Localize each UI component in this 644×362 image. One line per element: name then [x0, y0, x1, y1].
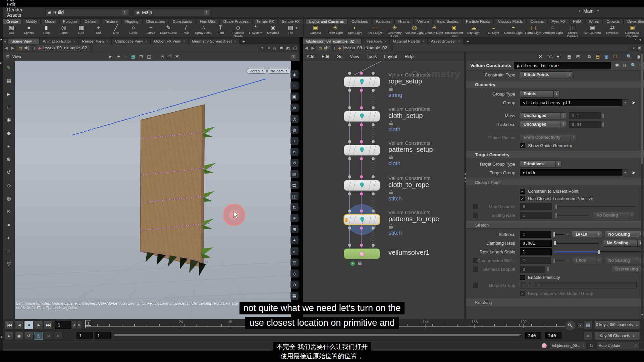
- select-arrow-icon[interactable]: ➤: [632, 170, 636, 175]
- shelf-tool[interactable]: ▮ Tube: [38, 24, 55, 35]
- node-name-field[interactable]: patterns_to_rope: [514, 62, 611, 69]
- playhead-marker[interactable]: 1: [85, 320, 91, 326]
- viewport-tool-icon[interactable]: ↺: [5, 168, 13, 176]
- shelf-tab[interactable]: Oceans: [527, 18, 547, 24]
- menu-item[interactable]: Render: [3, 7, 31, 12]
- stop-button[interactable]: ■: [24, 320, 33, 329]
- shelf-tab[interactable]: Drive Simulation: [624, 18, 644, 24]
- shelf-tab[interactable]: Modify: [22, 18, 41, 24]
- shelf-tool[interactable]: ◉ Environment Light: [444, 24, 464, 38]
- shelf-tab[interactable]: Lights and Cameras: [306, 18, 347, 24]
- shelf-tool[interactable]: ╱ Line: [107, 24, 125, 35]
- pane-tab-close-icon[interactable]: ×: [73, 40, 75, 43]
- shelf-tool[interactable]: ● Sphere: [20, 24, 38, 35]
- display-option-icon[interactable]: ◌: [290, 81, 299, 89]
- cube-icon[interactable]: ▣: [279, 46, 283, 50]
- range-start-field[interactable]: 1: [76, 332, 93, 339]
- list-icon[interactable]: ≡: [557, 54, 559, 59]
- viewport-tool-icon[interactable]: ✎: [5, 64, 13, 72]
- pane-tab-close-icon[interactable]: ×: [183, 40, 185, 43]
- frame-back-icon[interactable]: ◀: [72, 321, 76, 329]
- node-cloth-setup[interactable]: Vellum Constraints cloth_setup cloth: [344, 111, 380, 122]
- pin-icon[interactable]: ⇥: [631, 46, 635, 50]
- viewport-tool-icon[interactable]: +: [5, 142, 13, 150]
- range-start2-field[interactable]: 1: [95, 332, 111, 339]
- pane-tab-close-icon[interactable]: ×: [422, 40, 424, 43]
- thickness-value-field[interactable]: 0.01: [569, 121, 601, 128]
- shelf-tab[interactable]: Polygon: [59, 18, 81, 24]
- forward-icon[interactable]: ▶: [310, 46, 316, 50]
- add-pane-tab-button[interactable]: +: [240, 39, 248, 44]
- path-input[interactable]: [393, 45, 629, 51]
- viewport-tool-icon[interactable]: ◐: [5, 234, 13, 242]
- network-editor[interactable]: AddEditGoViewToolsLayoutHelp Geometry Ve…: [303, 52, 464, 319]
- shelf-tool[interactable]: ▣ Camera: [306, 24, 325, 35]
- shelf-tab[interactable]: Guide Process: [220, 18, 252, 24]
- max-distance-slider[interactable]: [555, 206, 636, 207]
- pane-tab[interactable]: /obj/lesson_09_example_02 ×: [303, 39, 361, 44]
- shelf-tool[interactable]: ▢ Portal Light: [523, 24, 543, 35]
- display-option-icon[interactable]: ▦: [290, 292, 299, 300]
- search-icon[interactable]: 🔍: [631, 63, 636, 69]
- mass-dropdown[interactable]: Unchanged▲▼: [520, 112, 566, 119]
- pane-tab[interactable]: Render View ×: [79, 39, 111, 44]
- viewport-tool-icon[interactable]: ◇: [5, 181, 13, 189]
- rest-length-field[interactable]: 1: [520, 248, 552, 255]
- pane-tab[interactable]: Geometry Spreadsheet ×: [189, 39, 239, 44]
- shelf-tab[interactable]: Rigging: [122, 18, 142, 24]
- help-icon[interactable]: ?: [290, 54, 296, 59]
- viewport-tool-icon[interactable]: ●: [5, 221, 13, 229]
- loop-button[interactable]: ↺: [24, 332, 33, 340]
- audio-button[interactable]: ◉: [14, 332, 23, 340]
- shelf-tool[interactable]: * L-System: [247, 24, 264, 35]
- node-rope-setup[interactable]: Vellum Constraints rope_setup string: [344, 76, 380, 87]
- play-forward-button[interactable]: ▶: [34, 320, 43, 329]
- pane-maximize-icon[interactable]: ▪: [635, 38, 636, 42]
- shelf-tab[interactable]: Viscous Fluids: [494, 18, 526, 24]
- grid-view-icon[interactable]: ▦: [567, 54, 571, 59]
- select-arrow-icon[interactable]: ►: [108, 54, 113, 59]
- breadcrumb-node[interactable]: ◆ lesson_09_example_02: [336, 45, 389, 51]
- note-icon[interactable]: ▤: [596, 54, 600, 59]
- render-region-icon[interactable]: ⌸: [161, 54, 164, 59]
- viewport-tool-icon[interactable]: ◆: [5, 129, 13, 137]
- dropoff-mode-dropdown[interactable]: Decreasing▲▼: [612, 266, 644, 273]
- pane-tab[interactable]: Tree View ×: [362, 39, 389, 44]
- shaded-cube-icon[interactable]: ◩: [286, 46, 290, 50]
- search-icon[interactable]: 🔍: [627, 54, 632, 59]
- group-field[interactable]: stitch_patterns_pt1: [520, 99, 622, 106]
- viewport-tool-icon[interactable]: ◍: [5, 194, 13, 202]
- display-option-icon[interactable]: ¤: [290, 148, 299, 156]
- keys-status-button[interactable]: 0 keys, 0/0 channels ▲: [594, 320, 640, 329]
- scroll-down-icon[interactable]: ▼: [641, 313, 644, 316]
- target-group-dropdown-icon[interactable]: ▼: [622, 169, 628, 176]
- sliding-rate-slider[interactable]: [555, 215, 589, 216]
- keep-unique-checkbox[interactable]: ✓: [520, 291, 525, 296]
- display-option-icon[interactable]: +: [290, 137, 299, 145]
- show-guide-checkbox[interactable]: ✓: [520, 143, 525, 148]
- current-frame-field[interactable]: 1: [55, 321, 71, 329]
- display-option-icon[interactable]: ◎: [290, 115, 299, 123]
- film-icon[interactable]: ⎙: [168, 54, 171, 59]
- display-option-icon[interactable]: ≡: [290, 214, 299, 222]
- context-path-dropdown[interactable]: /obj/lesson_09... ▲▼: [550, 342, 587, 349]
- group-dropdown-icon[interactable]: ▼: [622, 99, 628, 106]
- range-end-field[interactable]: 240: [525, 332, 541, 339]
- network-menu-item[interactable]: Edit: [318, 54, 333, 59]
- play-backward-button[interactable]: ◀: [14, 320, 23, 329]
- pane-tab[interactable]: Asset Browser ×: [428, 39, 463, 44]
- shelf-tab[interactable]: Simple FX: [278, 18, 303, 24]
- shelf-tab[interactable]: Create: [3, 18, 22, 24]
- brush-icon[interactable]: ◌: [124, 54, 127, 59]
- display-option-icon[interactable]: ◐: [290, 247, 299, 255]
- key-button[interactable]: [565, 320, 576, 331]
- houdini-help-icon[interactable]: H: [623, 63, 626, 69]
- scene-selector[interactable]: ◉ Main ▲▼: [134, 8, 211, 16]
- shelf-tab[interactable]: Collisions: [348, 18, 372, 24]
- splitter-grip[interactable]: [465, 173, 466, 182]
- shelf-tool[interactable]: ∴ Spray Paint: [195, 24, 212, 35]
- section-stretch[interactable]: Stretch: [466, 221, 644, 229]
- thickness-dropdown[interactable]: Unchanged▲▼: [520, 121, 566, 128]
- pane-tab-close-icon[interactable]: ×: [234, 40, 236, 43]
- node-tile[interactable]: [344, 76, 380, 87]
